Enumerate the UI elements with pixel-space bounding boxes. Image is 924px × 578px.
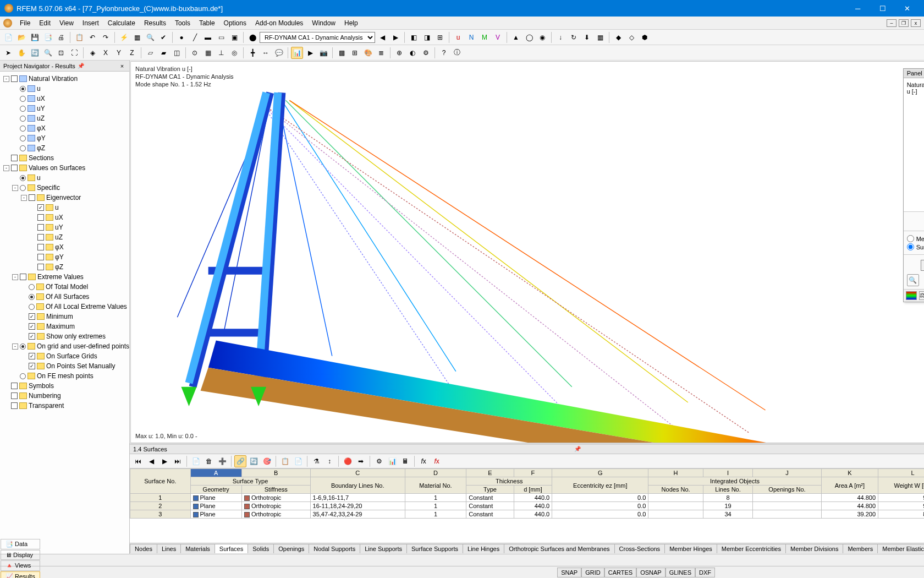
findreplace-button[interactable]: 🔍 <box>144 31 156 43</box>
tree-checkbox[interactable] <box>20 274 26 280</box>
color-button[interactable]: 🎨 <box>362 47 374 59</box>
tree-node-u[interactable]: ✓u <box>0 203 129 212</box>
tree-radio[interactable] <box>29 304 35 310</box>
tree-checkbox[interactable]: ✓ <box>37 204 44 211</box>
tree-node-extreme-values[interactable]: -Extreme Values <box>0 272 129 282</box>
menu-results[interactable]: Results <box>140 18 170 29</box>
results-v[interactable]: V <box>492 31 504 43</box>
tree-checkbox[interactable] <box>11 155 18 161</box>
tree-radio[interactable] <box>20 106 26 112</box>
table-colorrow-button[interactable]: 🔴 <box>342 455 354 467</box>
results-n[interactable]: N <box>465 31 477 43</box>
load-line-button[interactable]: ⬇ <box>581 31 593 43</box>
results-toggle-button[interactable]: 📊 <box>291 47 303 59</box>
menu-window[interactable]: Window <box>307 18 340 29</box>
member-button[interactable]: ▬ <box>202 31 214 43</box>
mdi-close-button[interactable]: x <box>911 19 921 27</box>
support-button[interactable]: ▲ <box>510 31 522 43</box>
menu-calculate[interactable]: Calculate <box>103 18 140 29</box>
cs-button[interactable]: ⊕ <box>393 47 405 59</box>
tree-node-minimum[interactable]: ✓Minimum <box>0 312 129 321</box>
save-button[interactable]: 💾 <box>29 31 41 43</box>
tab-members[interactable]: Members <box>843 544 878 553</box>
tree-checkbox[interactable] <box>11 165 18 171</box>
tree-node-eigenvector[interactable]: -Eigenvector <box>0 193 129 203</box>
snap-button[interactable]: ⊙ <box>189 47 201 59</box>
tree-node-u[interactable]: u <box>0 84 129 94</box>
comment-button[interactable]: 💬 <box>273 47 285 59</box>
table-last-button[interactable]: ⏭ <box>172 455 184 467</box>
zoomwin-button[interactable]: ⊡ <box>55 47 67 59</box>
tree-node-symbols[interactable]: Symbols <box>0 381 129 391</box>
tab-nodes[interactable]: Nodes <box>130 544 157 553</box>
tree-node-of-total-model[interactable]: Of Total Model <box>0 282 129 292</box>
bottom-results[interactable]: 📈Results <box>1 571 40 579</box>
tree-node-uz[interactable]: uZ <box>0 113 129 123</box>
print-button[interactable]: 🖨 <box>55 31 67 43</box>
tree-node-on-grid-and-user-defined-points[interactable]: -On grid and user-defined points <box>0 341 129 351</box>
table-prev-button[interactable]: ◀ <box>145 455 157 467</box>
units-button[interactable]: ⚙ <box>420 47 432 59</box>
open-button[interactable]: 📂 <box>15 31 28 43</box>
status-snap[interactable]: SNAP <box>557 568 581 577</box>
menu-edit[interactable]: Edit <box>35 18 55 29</box>
view-x-button[interactable]: X <box>100 47 112 59</box>
results-u[interactable]: u <box>452 31 464 43</box>
results-m[interactable]: M <box>479 31 491 43</box>
viewport-3d[interactable]: Natural Vibration u [-] RF-DYNAM CA1 - D… <box>130 61 924 443</box>
display-toggle-3[interactable]: ⊞ <box>434 31 446 43</box>
tree-radio[interactable] <box>20 373 26 379</box>
tree-node-u[interactable]: u <box>0 173 129 183</box>
redo-button[interactable]: ↷ <box>100 31 112 43</box>
menu-view[interactable]: View <box>55 18 78 29</box>
copy-button[interactable]: 📋 <box>73 31 85 43</box>
transparent-button[interactable]: ◫ <box>170 47 183 59</box>
panel-search-button[interactable]: 🔍 <box>907 274 919 286</box>
tree-checkbox[interactable] <box>37 234 44 241</box>
select-button[interactable]: ➤ <box>2 47 14 59</box>
grid-button[interactable]: ▦ <box>202 47 214 59</box>
tree-node-on-surface-grids[interactable]: ✓On Surface Grids <box>0 351 129 361</box>
table-insert-button[interactable]: ➕ <box>216 455 228 467</box>
tree-node-ux[interactable]: uX <box>0 212 129 222</box>
bottom-data[interactable]: 📑Data <box>1 539 40 549</box>
tab-solids[interactable]: Solids <box>248 544 274 553</box>
mdi-minimize-button[interactable]: – <box>887 19 897 27</box>
tree-expand-icon[interactable]: - <box>3 165 9 171</box>
navigator-tree[interactable]: -Natural VibrationuuXuYuZφXφYφZSections-… <box>0 72 129 554</box>
pan-button[interactable]: ✋ <box>15 47 28 59</box>
menu-tools[interactable]: Tools <box>170 18 195 29</box>
loadcase-icon[interactable]: ⬤ <box>246 31 258 43</box>
view-iso-button[interactable]: ◈ <box>86 47 98 59</box>
table-new-button[interactable]: 📄 <box>190 455 202 467</box>
tree-checkbox[interactable]: ✓ <box>29 333 35 340</box>
table-copy-button[interactable]: 📋 <box>279 455 291 467</box>
hinge-button[interactable]: ◉ <box>536 31 548 43</box>
tab-orthotropic-surfaces-and-membranes[interactable]: Orthotropic Surfaces and Membranes <box>504 544 614 553</box>
zoom-button[interactable]: 🔍 <box>42 47 54 59</box>
table-fx-clear-button[interactable]: fx <box>431 455 443 467</box>
solid-render-button[interactable]: ▰ <box>157 47 169 59</box>
tree-expand-icon[interactable]: - <box>12 343 18 350</box>
tree-node-ux[interactable]: uX <box>0 94 129 103</box>
next-button[interactable]: ▶ <box>389 31 402 43</box>
navigator-pin-button[interactable]: 📌 <box>78 63 84 69</box>
status-osnap[interactable]: OSNAP <box>636 568 666 577</box>
tree-node-φy[interactable]: φY <box>0 133 129 143</box>
material-button[interactable]: ◐ <box>406 47 419 59</box>
mdi-restore-button[interactable]: ❐ <box>899 19 909 27</box>
tree-radio[interactable] <box>20 96 26 102</box>
status-grid[interactable]: GRID <box>581 568 604 577</box>
surface-button[interactable]: ▭ <box>215 31 227 43</box>
table-button[interactable]: ▦ <box>131 31 143 43</box>
dimension-button[interactable]: ↔ <box>260 47 272 59</box>
tree-node-numbering[interactable]: Numbering <box>0 391 129 401</box>
release-button[interactable]: ◯ <box>523 31 535 43</box>
tree-checkbox[interactable]: ✓ <box>29 323 35 330</box>
tree-node-transparent[interactable]: Transparent <box>0 401 129 411</box>
table-sort-button[interactable]: ↕ <box>323 455 336 467</box>
tree-radio[interactable] <box>20 185 26 191</box>
tree-radio[interactable] <box>20 86 26 92</box>
rotate-button[interactable]: 🔄 <box>29 47 41 59</box>
close-button[interactable]: ✕ <box>895 0 920 17</box>
